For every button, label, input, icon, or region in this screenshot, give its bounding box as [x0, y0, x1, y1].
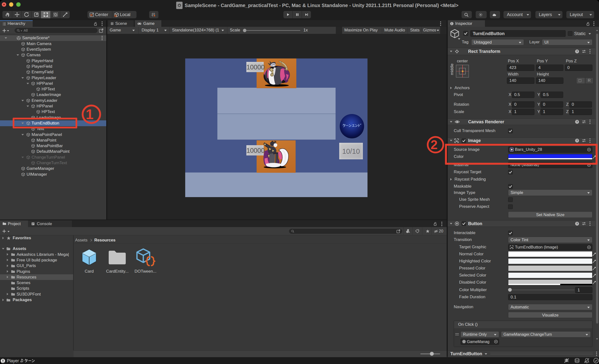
svg-text:?: ?	[576, 139, 578, 142]
svg-text:?: ?	[576, 222, 578, 225]
svg-text:?: ?	[576, 120, 578, 124]
svg-text:?: ?	[576, 50, 578, 53]
